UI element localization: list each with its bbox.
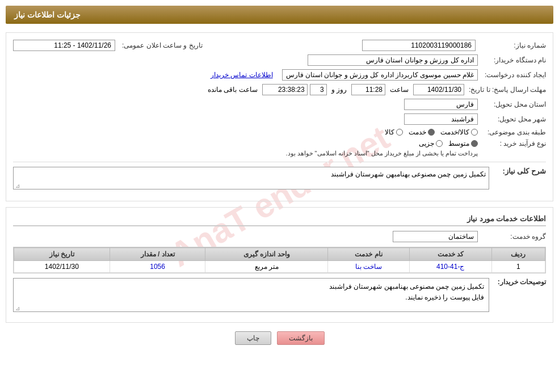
- category-goods-radio: [396, 129, 403, 136]
- services-section-title: اطلاعات خدمات مورد نیاز: [13, 214, 546, 226]
- purchase-medium-label: متوسط: [448, 140, 469, 147]
- col-unit: واحد اندازه گیری: [205, 248, 328, 261]
- category-label: طبقه بندی موضوعی:: [478, 128, 546, 136]
- buyer-dept-label: نام دستگاه خریدار:: [478, 56, 546, 64]
- purchase-medium-radio: [471, 140, 478, 147]
- creator-label: ایجاد کننده درخواست:: [478, 71, 546, 79]
- deadline-label: مهلت ارسال پاسخ: تا تاریخ:: [464, 86, 546, 94]
- province-value: فارس: [404, 99, 478, 110]
- date-time-value: 1402/11/26 - 11:25: [13, 40, 115, 51]
- page-header: جزئیات اطلاعات نیاز: [6, 6, 553, 24]
- col-service-code: کد خدمت: [409, 248, 491, 261]
- category-goods-service-option: کالا/خدمت: [440, 128, 478, 136]
- col-need-date: تاریخ نیاز: [14, 248, 110, 261]
- cell-unit: متر مربع: [205, 261, 328, 273]
- print-button[interactable]: چاپ: [235, 331, 271, 345]
- category-service-option: خدمت: [409, 128, 435, 136]
- category-goods-service-radio: [471, 129, 478, 136]
- deadline-time-label: ساعت: [390, 86, 409, 94]
- deadline-remaining-label: ساعت باقی مانده: [208, 86, 258, 94]
- deadline-days: 3: [310, 84, 327, 95]
- contact-link[interactable]: اطلاعات تماس خریدار: [211, 71, 273, 79]
- category-service-label: خدمت: [409, 128, 426, 136]
- services-table: ردیف کد خدمت نام خدمت واحد اندازه گیری ت…: [13, 247, 546, 273]
- need-number-value: 1102003119000186: [362, 40, 476, 51]
- category-goods-service-label: کالا/خدمت: [440, 128, 469, 136]
- need-number-label: شماره نیاز:: [478, 41, 546, 49]
- purchase-partial-label: جزیی: [419, 140, 434, 147]
- deadline-days-label: روز و: [331, 86, 347, 94]
- need-desc-label: شرح کلی نیاز:: [489, 167, 546, 175]
- buyer-notes-line1: تکمیل زمین چمن مصنوعی بهنامبهن شهرستان ف…: [18, 281, 484, 292]
- deadline-time: 11:28: [351, 84, 385, 95]
- city-label: شهر محل تحویل:: [478, 115, 546, 123]
- service-group-value: ساختمان: [393, 231, 478, 242]
- purchase-partial-option: جزیی: [419, 140, 443, 147]
- desc-resize-icon: ⊿: [13, 183, 20, 189]
- col-service-name: نام خدمت: [328, 248, 409, 261]
- buyer-notes-label: توصیحات خریدار:: [489, 278, 546, 286]
- cell-service-name: ساخت بنا: [328, 261, 409, 273]
- purchase-medium-option: متوسط: [448, 140, 478, 147]
- buyer-dept-value: اداره کل ورزش و جوانان استان فارس: [308, 54, 478, 66]
- creator-value: غلام حسین موسوی کاربرداز اداره کل ورزش و…: [282, 69, 478, 81]
- purchase-partial-radio: [436, 140, 443, 147]
- need-desc-value: تکمیل زمین چمن مصنوعی بهنامبهن شهرستان ف…: [13, 167, 489, 189]
- cell-service-code: ج-41-410: [409, 261, 491, 273]
- deadline-remaining: 23:38:23: [262, 84, 308, 95]
- purchase-note: پرداخت تمام یا بخشی از مبلغ خریداز محل "…: [285, 150, 478, 157]
- col-qty: تعداد / مقدار: [110, 248, 205, 261]
- buyer-notes-value: تکمیل زمین چمن مصنوعی بهنامبهن شهرستان ف…: [13, 278, 489, 312]
- category-goods-option: کالا: [385, 128, 403, 136]
- buyer-desc-resize-icon: ⊿: [13, 305, 20, 312]
- cell-need-date: 1402/11/30: [14, 261, 110, 273]
- col-row-num: ردیف: [491, 248, 545, 261]
- back-button[interactable]: بازگشت: [277, 331, 325, 345]
- cell-row-num: 1: [491, 261, 545, 273]
- date-time-label: تاریخ و ساعت اعلان عمومی:: [117, 41, 203, 49]
- city-value: فراشبند: [404, 113, 478, 125]
- page-title: جزئیات اطلاعات نیاز: [14, 10, 81, 19]
- service-group-label: گروه خدمت:: [478, 233, 546, 241]
- purchase-type-label: نوع فرآیند خرید :: [478, 140, 546, 147]
- action-buttons: بازگشت چاپ: [6, 331, 553, 353]
- category-service-radio: [428, 129, 435, 136]
- deadline-date: 1402/11/30: [413, 84, 464, 95]
- category-goods-label: کالا: [385, 128, 394, 136]
- cell-qty: 1056: [110, 261, 205, 273]
- province-label: استان محل تحویل:: [478, 100, 546, 108]
- buyer-notes-line2: فایل پیوست را ذخیره نمایند.: [18, 292, 484, 303]
- table-row: 1 ج-41-410 ساخت بنا متر مربع 1056 1402/1…: [14, 261, 545, 273]
